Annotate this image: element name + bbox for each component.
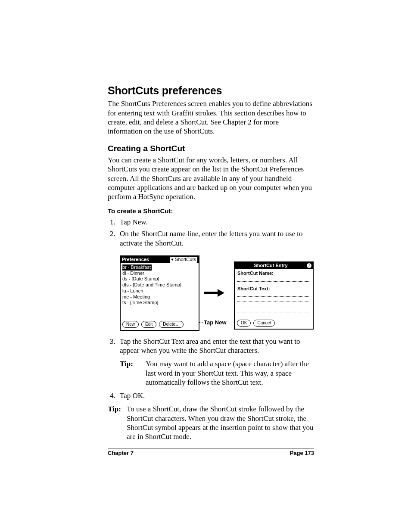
- dropdown-label: ShortCuts: [175, 257, 196, 263]
- heading-creating-shortcut: Creating a ShortCut: [108, 143, 314, 154]
- procedure-list: Tap New. On the ShortCut name line, ente…: [108, 218, 314, 248]
- intro-paragraph: The ShortCuts Preferences screen enables…: [108, 99, 314, 136]
- shortcut-name-field[interactable]: [237, 277, 310, 282]
- footer-page: Page 173: [290, 450, 314, 457]
- figure-callout: Tap New: [204, 319, 227, 326]
- creating-shortcut-paragraph: You can create a ShortCut for any words,…: [108, 156, 314, 201]
- tip-label: Tip:: [108, 404, 127, 441]
- new-button[interactable]: New: [122, 321, 139, 328]
- svg-marker-1: [218, 289, 224, 297]
- entry-button-row: OK Cancel: [235, 318, 313, 329]
- list-item[interactable]: ts - [Time Stamp]: [122, 300, 197, 306]
- dropdown-arrow-icon: ▾: [171, 257, 174, 263]
- tip-body: You may want to add a space (space chara…: [146, 359, 314, 387]
- shortcut-text-field[interactable]: [237, 297, 310, 302]
- preferences-button-row: New Edit Delete…: [121, 320, 199, 330]
- preferences-dropdown[interactable]: ▾ ShortCuts: [170, 257, 197, 263]
- figure-row: Preferences ▾ ShortCuts br - Breakfast d…: [120, 255, 314, 331]
- procedure-list-cont: Tap the ShortCut Text area and enter the…: [108, 337, 314, 355]
- arrow-column: Tap New: [204, 255, 230, 331]
- delete-button[interactable]: Delete…: [159, 321, 184, 328]
- ok-button[interactable]: OK: [237, 320, 251, 327]
- heading-shortcuts-preferences: ShortCuts preferences: [108, 84, 314, 97]
- entry-body: ShortCut Name: ShortCut Text:: [235, 269, 313, 318]
- list-item[interactable]: lu - Lunch: [122, 288, 197, 294]
- procedure-list-cont2: Tap OK.: [108, 391, 314, 400]
- document-page: ShortCuts preferences The ShortCuts Pref…: [0, 0, 411, 532]
- procedure-heading: To create a ShortCut:: [108, 207, 314, 215]
- shortcut-list[interactable]: br - Breakfast di - Dinner ds - [Date St…: [121, 263, 199, 320]
- shortcut-text-field[interactable]: [237, 292, 310, 297]
- list-item[interactable]: di - Dinner: [122, 271, 197, 277]
- edit-button[interactable]: Edit: [141, 321, 156, 328]
- list-item[interactable]: dts - [Date and Time Stamp]: [122, 282, 197, 288]
- step-4: Tap OK.: [117, 391, 314, 400]
- list-item[interactable]: br - Breakfast: [122, 264, 152, 271]
- preferences-title: Preferences: [122, 257, 149, 263]
- shortcut-text-label: ShortCut Text:: [237, 286, 310, 292]
- tip-inner: Tip: You may want to add a space (space …: [120, 359, 314, 387]
- preferences-titlebar: Preferences ▾ ShortCuts: [121, 256, 199, 263]
- shortcut-text-field[interactable]: [237, 302, 310, 307]
- entry-title: ShortCut Entry: [235, 263, 307, 269]
- tip-outer: Tip: To use a ShortCut, draw the ShortCu…: [108, 404, 314, 441]
- entry-titlebar: ShortCut Entry i: [235, 262, 313, 269]
- list-item[interactable]: me - Meeting: [122, 294, 197, 300]
- shortcut-name-label: ShortCut Name:: [237, 271, 310, 277]
- page-footer: Chapter 7 Page 173: [108, 448, 314, 457]
- tip-body: To use a ShortCut, draw the ShortCut str…: [127, 404, 314, 441]
- shortcut-entry-screenshot: ShortCut Entry i ShortCut Name: ShortCut…: [234, 261, 314, 330]
- footer-chapter: Chapter 7: [108, 450, 134, 457]
- cancel-button[interactable]: Cancel: [253, 320, 274, 327]
- tip-label: Tip:: [120, 359, 146, 387]
- shortcut-text-field[interactable]: [237, 307, 310, 312]
- preferences-screenshot: Preferences ▾ ShortCuts br - Breakfast d…: [120, 255, 199, 331]
- step-1: Tap New.: [117, 218, 314, 227]
- step-2: On the ShortCut name line, enter the let…: [117, 229, 314, 248]
- list-item[interactable]: ds - [Date Stamp]: [122, 276, 197, 282]
- arrow-icon: [204, 289, 225, 297]
- step-3: Tap the ShortCut Text area and enter the…: [117, 337, 314, 355]
- svg-rect-0: [204, 292, 218, 294]
- info-icon[interactable]: i: [307, 263, 311, 268]
